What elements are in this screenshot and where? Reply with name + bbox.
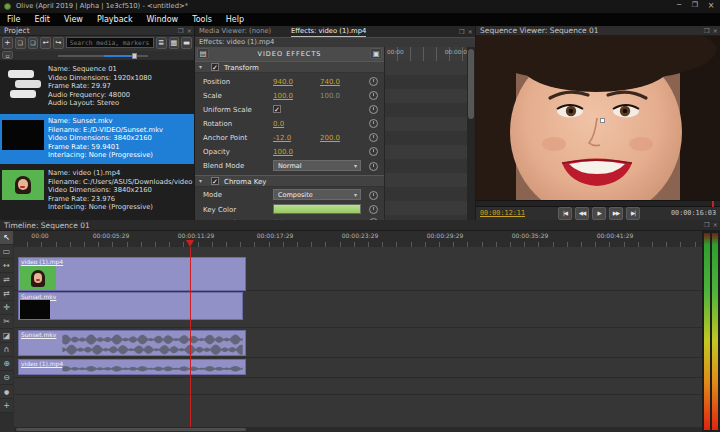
timeline-h-scrollbar[interactable] — [14, 427, 702, 432]
media-item-video1[interactable]: Name: video (1).mp4 Filename: C:/Users/A… — [0, 166, 194, 216]
zoom-in-tool[interactable]: ⊕ — [0, 357, 13, 371]
menu-view[interactable]: View — [57, 13, 90, 26]
transition-tool[interactable]: ◪ — [0, 329, 13, 343]
chroma-key-section-header[interactable]: ▾ ✓ Chroma Key — [195, 175, 384, 187]
slider-handle[interactable] — [132, 53, 137, 59]
search-input[interactable] — [66, 37, 154, 48]
list-view-button[interactable]: ▬ — [181, 37, 192, 49]
maximize-button[interactable]: ❐ — [688, 1, 702, 9]
close-button[interactable]: × — [704, 1, 718, 10]
menu-playback[interactable]: Playback — [90, 13, 140, 26]
snapping-toggle[interactable]: ∩ — [0, 343, 13, 357]
anchor-x-value[interactable]: -12.0 — [273, 134, 291, 142]
ripple-tool[interactable]: ↔ — [0, 259, 13, 273]
opacity-value[interactable]: 100.0 — [273, 148, 293, 156]
undo-button[interactable]: ↩ — [40, 37, 51, 49]
go-to-start-button[interactable]: |◀ — [558, 207, 572, 220]
close-panel-icon[interactable]: × — [713, 220, 718, 231]
transform-section-header[interactable]: ▾ ✓ Transform — [195, 61, 384, 73]
keyframe-clock-icon[interactable] — [369, 105, 378, 114]
new-item-button[interactable]: + — [2, 37, 13, 49]
open-project-button[interactable]: ❏ — [15, 37, 26, 49]
transform-enabled-checkbox[interactable]: ✓ — [211, 63, 219, 71]
view-size-toggle[interactable]: ▫ — [2, 51, 13, 59]
timeline-ruler[interactable]: 00:00 00:00:05:29 00:00:11:29 00:00:17:2… — [14, 231, 702, 248]
viewer-panel-header[interactable]: Sequence Viewer: Sequence 01 ❐× — [476, 26, 720, 36]
scrollbar-thumb[interactable] — [468, 49, 474, 119]
timeline-panel-header[interactable]: Timeline: Sequence 01 ❐× — [0, 220, 720, 231]
razor-tool[interactable]: ✂ — [0, 315, 13, 329]
fast-forward-button[interactable]: ▶▶ — [609, 207, 623, 220]
play-button[interactable]: ▶ — [592, 207, 606, 220]
position-y-value[interactable]: 740.0 — [320, 78, 340, 86]
menu-help[interactable]: Help — [219, 13, 251, 26]
chevron-down-icon[interactable]: ▾ — [199, 177, 202, 184]
float-panel-icon[interactable]: ❐ — [704, 26, 710, 36]
viewer-scrub-bar[interactable] — [476, 200, 720, 207]
keyframe-clock-icon[interactable] — [369, 191, 378, 200]
playhead-marker[interactable] — [186, 240, 194, 247]
rolling-tool[interactable]: ⇌ — [0, 273, 13, 287]
menu-file[interactable]: File — [0, 13, 27, 26]
anchor-y-value[interactable]: 200.0 — [320, 134, 340, 142]
current-timecode[interactable]: 00:00:12:11 — [480, 209, 525, 217]
effects-scrollbar[interactable] — [467, 47, 475, 220]
pointer-tool[interactable]: ↖ — [0, 231, 13, 245]
float-panel-icon[interactable]: ❐ — [704, 220, 710, 231]
tab-effects[interactable]: Effects: video (1).mp4 — [291, 27, 366, 37]
scrollbar-thumb[interactable] — [16, 428, 246, 431]
clip-video1-video[interactable]: video (1).mp4 — [18, 257, 246, 291]
slip-tool[interactable]: ⇄ — [0, 287, 13, 301]
close-panel-icon[interactable]: × — [187, 26, 192, 36]
menu-window[interactable]: Window — [140, 13, 186, 26]
effects-menu-icon[interactable]: ▣ — [370, 48, 382, 59]
keyframe-clock-icon[interactable] — [369, 91, 378, 100]
clip-sunset-audio[interactable]: Sunset.mkv — [18, 330, 246, 356]
scale-x-value[interactable]: 100.0 — [273, 92, 293, 100]
clip-video1-audio[interactable]: video (1).mp4 — [18, 359, 246, 375]
redo-button[interactable]: ↪ — [53, 37, 64, 49]
keyframe-ruler[interactable]: 00:00 00:00:0 — [385, 47, 468, 62]
position-x-value[interactable]: 940.0 — [273, 78, 293, 86]
keyframe-area[interactable]: 00:00 00:00:0 — [384, 47, 468, 220]
chroma-key-enabled-checkbox[interactable]: ✓ — [211, 177, 219, 185]
keyframe-clock-icon[interactable] — [369, 205, 378, 214]
float-panel-icon[interactable]: ❐ — [459, 27, 465, 37]
menu-edit[interactable]: Edit — [27, 13, 57, 26]
keyframe-clock-icon[interactable] — [369, 162, 378, 171]
thumbnail-size-slider[interactable] — [58, 55, 148, 57]
rewind-button[interactable]: ◀◀ — [575, 207, 589, 220]
chroma-mode-select[interactable]: Composite▾ — [273, 189, 361, 200]
close-panel-icon[interactable]: × — [713, 26, 718, 36]
keyframe-clock-icon[interactable] — [369, 147, 378, 156]
close-panel-icon[interactable]: × — [468, 27, 473, 37]
project-panel-header[interactable]: Project ❐× — [0, 26, 194, 36]
zoom-out-tool[interactable]: ⊖ — [0, 371, 13, 385]
transform-gizmo-handle[interactable] — [600, 118, 605, 123]
key-color-swatch[interactable] — [273, 204, 361, 214]
tree-view-button[interactable]: ≣ — [156, 37, 167, 49]
menu-tools[interactable]: Tools — [185, 13, 219, 26]
add-button[interactable]: + — [0, 399, 13, 413]
blend-mode-select[interactable]: Normal▾ — [273, 160, 361, 171]
track-area[interactable]: video (1).mp4 Sunset.mkv Sunset.mkv vide… — [14, 247, 702, 432]
chevron-down-icon[interactable]: ▾ — [199, 63, 202, 70]
media-item-sunset[interactable]: Name: Sunset.mkv Filename: E:/D-VIDEO/Su… — [0, 114, 194, 164]
media-item-sequence01[interactable]: Name: Sequence 01 Video Dimensions: 1920… — [0, 62, 194, 112]
record-button[interactable]: ● — [0, 385, 13, 399]
icon-view-button[interactable]: ▦ — [169, 37, 180, 49]
slide-tool[interactable]: ✛ — [0, 301, 13, 315]
float-panel-icon[interactable]: ❐ — [178, 26, 184, 36]
minimize-button[interactable]: ─ — [672, 1, 686, 9]
viewer-canvas[interactable] — [476, 36, 720, 200]
rotation-value[interactable]: 0.0 — [273, 120, 284, 128]
tab-media-viewer[interactable]: Media Viewer: (none) — [199, 27, 271, 35]
edit-tool[interactable]: ▭ — [0, 245, 13, 259]
keyframe-clock-icon[interactable] — [369, 119, 378, 128]
clip-sunset-video[interactable]: Sunset.mkv — [18, 292, 243, 320]
uniform-scale-checkbox[interactable]: ✓ — [273, 105, 281, 113]
go-to-end-button[interactable]: ▶| — [626, 207, 640, 220]
keyframe-clock-icon[interactable] — [369, 77, 378, 86]
save-project-button[interactable]: ❏ — [28, 37, 39, 49]
keyframe-clock-icon[interactable] — [369, 133, 378, 142]
